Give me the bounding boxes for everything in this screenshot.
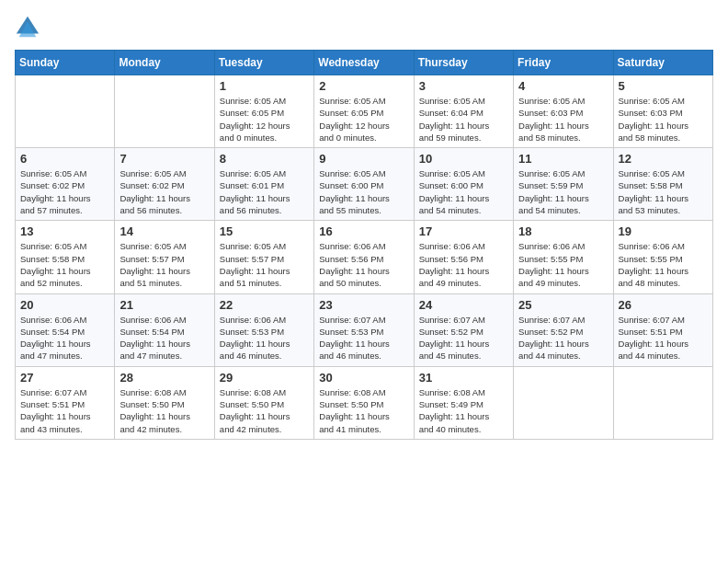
calendar-cell: 4Sunrise: 6:05 AM Sunset: 6:03 PM Daylig… <box>514 75 613 148</box>
day-info: Sunrise: 6:05 AM Sunset: 6:05 PM Dayligh… <box>319 95 408 144</box>
day-number: 2 <box>319 79 408 93</box>
calendar-cell: 21Sunrise: 6:06 AM Sunset: 5:54 PM Dayli… <box>115 293 214 366</box>
day-info: Sunrise: 6:08 AM Sunset: 5:50 PM Dayligh… <box>319 386 408 435</box>
calendar-header-monday: Monday <box>115 51 214 75</box>
day-number: 21 <box>119 298 209 312</box>
calendar-cell: 3Sunrise: 6:05 AM Sunset: 6:04 PM Daylig… <box>414 75 513 148</box>
day-number: 24 <box>419 298 508 312</box>
day-info: Sunrise: 6:05 AM Sunset: 6:04 PM Dayligh… <box>419 95 508 144</box>
calendar-cell: 18Sunrise: 6:06 AM Sunset: 5:55 PM Dayli… <box>514 221 613 293</box>
day-info: Sunrise: 6:05 AM Sunset: 6:02 PM Dayligh… <box>119 167 209 216</box>
day-info: Sunrise: 6:05 AM Sunset: 5:59 PM Dayligh… <box>518 167 608 216</box>
calendar-week-row: 20Sunrise: 6:06 AM Sunset: 5:54 PM Dayli… <box>16 293 713 366</box>
day-info: Sunrise: 6:07 AM Sunset: 5:52 PM Dayligh… <box>518 314 608 362</box>
day-number: 10 <box>419 152 508 166</box>
day-number: 6 <box>20 152 109 166</box>
day-info: Sunrise: 6:05 AM Sunset: 6:00 PM Dayligh… <box>319 167 408 216</box>
calendar-cell: 12Sunrise: 6:05 AM Sunset: 5:58 PM Dayli… <box>613 148 712 221</box>
calendar-header-tuesday: Tuesday <box>214 51 313 75</box>
calendar-cell <box>514 366 613 439</box>
day-info: Sunrise: 6:05 AM Sunset: 5:57 PM Dayligh… <box>119 240 209 289</box>
calendar-cell: 15Sunrise: 6:05 AM Sunset: 5:57 PM Dayli… <box>214 221 313 293</box>
day-number: 4 <box>518 79 608 93</box>
day-info: Sunrise: 6:05 AM Sunset: 6:03 PM Dayligh… <box>619 95 708 144</box>
calendar-cell <box>613 366 712 439</box>
day-info: Sunrise: 6:06 AM Sunset: 5:54 PM Dayligh… <box>119 314 209 362</box>
calendar-cell: 30Sunrise: 6:08 AM Sunset: 5:50 PM Dayli… <box>314 366 414 439</box>
day-number: 23 <box>319 298 408 312</box>
day-number: 17 <box>419 224 508 238</box>
day-number: 29 <box>220 371 309 385</box>
day-number: 20 <box>20 298 109 312</box>
calendar-week-row: 1Sunrise: 6:05 AM Sunset: 6:05 PM Daylig… <box>16 75 713 148</box>
day-number: 9 <box>319 152 408 166</box>
calendar-cell: 25Sunrise: 6:07 AM Sunset: 5:52 PM Dayli… <box>514 293 613 366</box>
day-number: 8 <box>220 152 309 166</box>
calendar-cell: 7Sunrise: 6:05 AM Sunset: 6:02 PM Daylig… <box>115 148 214 221</box>
day-number: 25 <box>518 298 608 312</box>
calendar-cell: 10Sunrise: 6:05 AM Sunset: 6:00 PM Dayli… <box>414 148 513 221</box>
calendar-cell: 2Sunrise: 6:05 AM Sunset: 6:05 PM Daylig… <box>314 75 414 148</box>
day-info: Sunrise: 6:07 AM Sunset: 5:53 PM Dayligh… <box>319 314 408 362</box>
day-number: 31 <box>419 371 508 385</box>
calendar-cell: 9Sunrise: 6:05 AM Sunset: 6:00 PM Daylig… <box>314 148 414 221</box>
calendar-header-sunday: Sunday <box>16 51 115 75</box>
calendar-cell: 28Sunrise: 6:08 AM Sunset: 5:50 PM Dayli… <box>115 366 214 439</box>
day-number: 7 <box>119 152 209 166</box>
calendar-cell <box>115 75 214 148</box>
day-info: Sunrise: 6:08 AM Sunset: 5:50 PM Dayligh… <box>220 386 309 435</box>
calendar-cell: 6Sunrise: 6:05 AM Sunset: 6:02 PM Daylig… <box>16 148 115 221</box>
day-number: 13 <box>20 224 109 238</box>
day-number: 14 <box>119 224 209 238</box>
day-info: Sunrise: 6:06 AM Sunset: 5:56 PM Dayligh… <box>419 240 508 289</box>
calendar-cell: 27Sunrise: 6:07 AM Sunset: 5:51 PM Dayli… <box>16 366 115 439</box>
calendar-header-thursday: Thursday <box>414 51 513 75</box>
day-number: 5 <box>619 79 708 93</box>
calendar-header-wednesday: Wednesday <box>314 51 414 75</box>
day-info: Sunrise: 6:05 AM Sunset: 6:05 PM Dayligh… <box>220 95 309 144</box>
logo <box>15 15 44 40</box>
day-info: Sunrise: 6:06 AM Sunset: 5:53 PM Dayligh… <box>220 314 309 362</box>
day-number: 16 <box>319 224 408 238</box>
calendar-cell: 8Sunrise: 6:05 AM Sunset: 6:01 PM Daylig… <box>214 148 313 221</box>
day-info: Sunrise: 6:07 AM Sunset: 5:52 PM Dayligh… <box>419 314 508 362</box>
day-number: 19 <box>619 224 708 238</box>
calendar-cell: 19Sunrise: 6:06 AM Sunset: 5:55 PM Dayli… <box>613 221 712 293</box>
calendar-header-saturday: Saturday <box>613 51 712 75</box>
day-info: Sunrise: 6:05 AM Sunset: 6:03 PM Dayligh… <box>518 95 608 144</box>
calendar-cell: 22Sunrise: 6:06 AM Sunset: 5:53 PM Dayli… <box>214 293 313 366</box>
day-number: 18 <box>518 224 608 238</box>
calendar-cell: 13Sunrise: 6:05 AM Sunset: 5:58 PM Dayli… <box>16 221 115 293</box>
calendar-cell: 11Sunrise: 6:05 AM Sunset: 5:59 PM Dayli… <box>514 148 613 221</box>
calendar-cell: 20Sunrise: 6:06 AM Sunset: 5:54 PM Dayli… <box>16 293 115 366</box>
day-number: 26 <box>619 298 708 312</box>
calendar-cell: 16Sunrise: 6:06 AM Sunset: 5:56 PM Dayli… <box>314 221 414 293</box>
day-number: 1 <box>220 79 309 93</box>
day-number: 12 <box>619 152 708 166</box>
logo-icon <box>15 15 40 40</box>
day-number: 22 <box>220 298 309 312</box>
calendar-cell: 23Sunrise: 6:07 AM Sunset: 5:53 PM Dayli… <box>314 293 414 366</box>
day-info: Sunrise: 6:06 AM Sunset: 5:55 PM Dayligh… <box>518 240 608 289</box>
day-info: Sunrise: 6:05 AM Sunset: 6:00 PM Dayligh… <box>419 167 508 216</box>
calendar-cell: 1Sunrise: 6:05 AM Sunset: 6:05 PM Daylig… <box>214 75 313 148</box>
calendar-cell: 26Sunrise: 6:07 AM Sunset: 5:51 PM Dayli… <box>613 293 712 366</box>
day-number: 28 <box>119 371 209 385</box>
day-info: Sunrise: 6:05 AM Sunset: 5:58 PM Dayligh… <box>20 240 109 289</box>
day-info: Sunrise: 6:06 AM Sunset: 5:55 PM Dayligh… <box>619 240 708 289</box>
calendar-header-row: SundayMondayTuesdayWednesdayThursdayFrid… <box>16 51 713 75</box>
calendar-cell: 24Sunrise: 6:07 AM Sunset: 5:52 PM Dayli… <box>414 293 513 366</box>
day-info: Sunrise: 6:06 AM Sunset: 5:56 PM Dayligh… <box>319 240 408 289</box>
day-number: 30 <box>319 371 408 385</box>
calendar-header-friday: Friday <box>514 51 613 75</box>
calendar-week-row: 27Sunrise: 6:07 AM Sunset: 5:51 PM Dayli… <box>16 366 713 439</box>
calendar-table: SundayMondayTuesdayWednesdayThursdayFrid… <box>15 50 713 440</box>
page-header <box>15 15 713 40</box>
calendar-cell: 14Sunrise: 6:05 AM Sunset: 5:57 PM Dayli… <box>115 221 214 293</box>
day-info: Sunrise: 6:05 AM Sunset: 5:58 PM Dayligh… <box>619 167 708 216</box>
day-number: 27 <box>20 371 109 385</box>
calendar-cell <box>16 75 115 148</box>
day-info: Sunrise: 6:05 AM Sunset: 5:57 PM Dayligh… <box>220 240 309 289</box>
day-number: 3 <box>419 79 508 93</box>
calendar-cell: 31Sunrise: 6:08 AM Sunset: 5:49 PM Dayli… <box>414 366 513 439</box>
